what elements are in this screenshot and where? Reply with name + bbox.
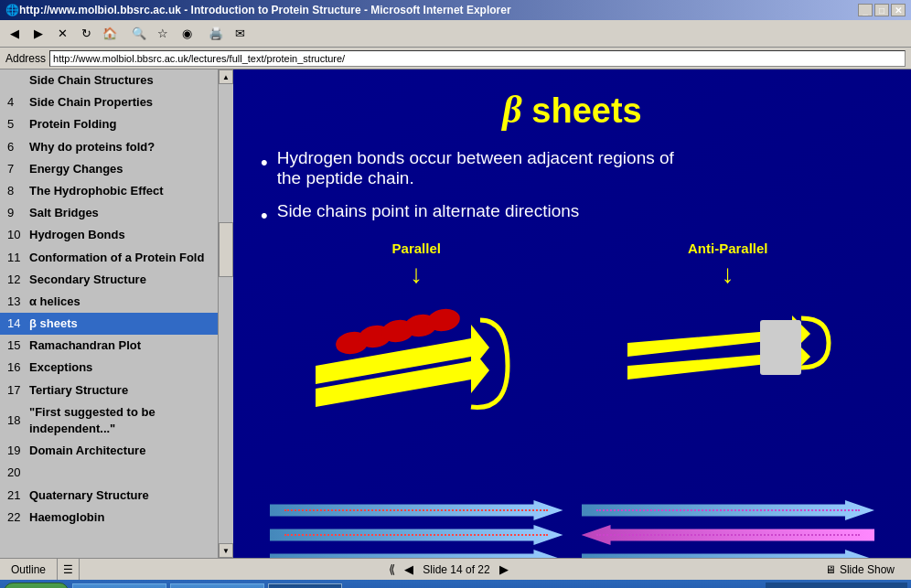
stop-button[interactable]: ✕ — [51, 23, 73, 45]
bullet-1: • Hydrogen bonds occur between adjacent … — [261, 148, 884, 188]
slideshow-button[interactable]: 🖥 Slide Show — [818, 563, 902, 576]
window-controls: _ □ ✕ — [858, 4, 906, 16]
sidebar-item-11[interactable]: 11 Conformation of a Protein Fold — [0, 247, 218, 269]
parallel-arrow-row-2 — [270, 525, 563, 545]
home-button[interactable]: 🏠 — [99, 23, 121, 45]
sidebar-item-16[interactable]: 16 Exceptions — [0, 357, 218, 379]
address-label: Address — [5, 52, 46, 65]
slide-content: β sheets • Hydrogen bonds occur between … — [233, 69, 911, 558]
antiparallel-arrow-row-3 — [582, 550, 875, 558]
sidebar-item-20[interactable]: 20 — [0, 462, 218, 484]
sidebar-item-8[interactable]: 8 The Hydrophobic Effect — [0, 180, 218, 202]
title-bar: 🌐 http://www.molbiol.bbsrc.ac.uk - Intro… — [0, 0, 911, 20]
sidebar-item-5[interactable]: 5 Protein Folding — [0, 113, 218, 135]
address-input[interactable] — [49, 50, 906, 67]
sidebar-item-15[interactable]: 15 Ramachandran Plot — [0, 335, 218, 357]
sidebar-container: Side Chain Structures 4 Side Chain Prope… — [0, 69, 233, 558]
taskbar: ⊞ Iniciar Curso_verao_2... Protein Struc… — [0, 580, 911, 588]
sidebar-item-0[interactable]: Side Chain Structures — [0, 69, 218, 91]
sidebar-item-9[interactable]: 9 Salt Bridges — [0, 202, 218, 224]
sidebar-item-12[interactable]: 12 Secondary Structure — [0, 269, 218, 291]
system-tray: ❓ 🔊 🌐 Internet 15:44 — [766, 583, 907, 588]
title-bar-icon: 🌐 — [5, 4, 19, 16]
main-area: Side Chain Structures 4 Side Chain Prope… — [0, 69, 911, 558]
parallel-arrow-row-3 — [270, 550, 563, 558]
sidebar-item-6[interactable]: 6 Why do proteins fold? — [0, 136, 218, 158]
slide-navigation: ⟪ ◀ Slide 14 of 22 ▶ — [80, 562, 818, 576]
antiparallel-protein-image — [573, 293, 884, 423]
parallel-arrow-down: ↓ — [261, 260, 573, 289]
antiparallel-arrow-row-1 — [582, 500, 875, 520]
parallel-label: Parallel — [261, 241, 573, 256]
sidebar-item-10[interactable]: 10 Hydrogen Bonds — [0, 224, 218, 246]
slide-counter: Slide 14 of 22 — [423, 563, 489, 576]
address-bar: Address — [0, 48, 911, 69]
sidebar-scrollbar: ▲ ▼ — [218, 69, 233, 558]
sidebar-item-7[interactable]: 7 Energy Changes — [0, 158, 218, 180]
taskbar-item-1[interactable]: Protein Structur... — [170, 583, 264, 588]
sidebar-list: Side Chain Structures 4 Side Chain Prope… — [0, 69, 218, 558]
maximize-button[interactable]: □ — [874, 4, 889, 16]
status-bar: Outline ☰ ⟪ ◀ Slide 14 of 22 ▶ 🖥 Slide S… — [0, 558, 911, 580]
diagram-arrows — [261, 500, 884, 558]
favorites-button[interactable]: ☆ — [152, 23, 174, 45]
nav-first-button[interactable]: ⟪ — [389, 562, 395, 576]
taskbar-item-2[interactable]: http://www.... — [268, 583, 342, 588]
start-button[interactable]: ⊞ Iniciar — [4, 583, 69, 588]
svg-rect-9 — [760, 320, 801, 375]
title-bar-text: http://www.molbiol.bbsrc.ac.uk - Introdu… — [19, 4, 511, 16]
slide-title-text: sheets — [531, 91, 641, 130]
sidebar-item-18[interactable]: 18 "First suggested to be independent...… — [0, 401, 218, 440]
sidebar-item-19[interactable]: 19 Domain Architecture — [0, 440, 218, 462]
mail-button[interactable]: ✉ — [229, 23, 251, 45]
outline-tab[interactable]: Outline — [0, 559, 58, 580]
parallel-arrow-row-1 — [270, 500, 563, 520]
sidebar-item-17[interactable]: 17 Tertiary Structure — [0, 380, 218, 401]
antiparallel-label: Anti-Parallel — [573, 241, 884, 256]
outline-label: Outline — [11, 563, 46, 576]
slide-title: β sheets — [261, 88, 884, 132]
forward-button[interactable]: ▶ — [27, 23, 49, 45]
back-button[interactable]: ◀ — [4, 23, 26, 45]
search-button[interactable]: 🔍 — [128, 23, 150, 45]
sidebar-item-21[interactable]: 21 Quaternary Structure — [0, 485, 218, 507]
list-icon: ☰ — [63, 563, 73, 576]
history-button[interactable]: ◉ — [176, 23, 198, 45]
sidebar-item-13[interactable]: 13 α helices — [0, 291, 218, 313]
scroll-down-button[interactable]: ▼ — [219, 543, 233, 558]
sidebar-item-22[interactable]: 22 Haemoglobin — [0, 507, 218, 529]
nav-prev-button[interactable]: ◀ — [404, 562, 413, 576]
antiparallel-arrow-row-2 — [582, 525, 875, 545]
parallel-protein-image — [261, 293, 573, 423]
refresh-button[interactable]: ↻ — [75, 23, 97, 45]
scroll-thumb[interactable] — [219, 222, 233, 277]
scroll-track — [219, 84, 233, 543]
sidebar-item-4[interactable]: 4 Side Chain Properties — [0, 91, 218, 113]
bullet-dot-1: • — [261, 151, 268, 175]
bullet-2: • Side chains point in alternate directi… — [261, 201, 884, 228]
scroll-up-button[interactable]: ▲ — [219, 69, 233, 84]
outline-icon-button[interactable]: ☰ — [58, 559, 80, 580]
bullet-dot-2: • — [261, 204, 268, 228]
slideshow-label: Slide Show — [840, 563, 895, 576]
antiparallel-arrow-down: ↓ — [573, 260, 884, 289]
slideshow-icon: 🖥 — [825, 563, 836, 576]
nav-next-button[interactable]: ▶ — [499, 562, 509, 576]
beta-symbol: β — [502, 89, 522, 131]
sidebar-item-14[interactable]: 14 β sheets — [0, 313, 218, 335]
bullet-text-1: Hydrogen bonds occur between adjacent re… — [277, 148, 674, 188]
close-button[interactable]: ✕ — [891, 4, 906, 16]
bullet-text-2: Side chains point in alternate direction… — [277, 201, 580, 221]
slide-area: β sheets • Hydrogen bonds occur between … — [233, 69, 911, 558]
browser-toolbar: ◀ ▶ ✕ ↻ 🏠 🔍 ☆ ◉ 🖨️ ✉ — [0, 20, 911, 48]
minimize-button[interactable]: _ — [858, 4, 873, 16]
print-button[interactable]: 🖨️ — [205, 23, 227, 45]
taskbar-item-0[interactable]: Curso_verao_2... — [72, 583, 166, 588]
